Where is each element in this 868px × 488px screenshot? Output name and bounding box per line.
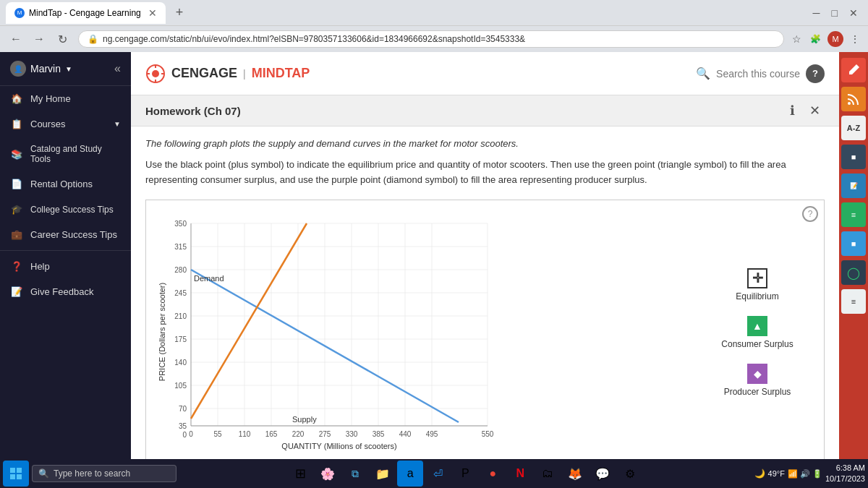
catalog-icon: 📚: [10, 149, 23, 160]
right-panel-list-button[interactable]: ≡: [841, 202, 866, 227]
refresh-button[interactable]: ↻: [52, 29, 72, 49]
taskbar-date-value: 10/17/2023: [825, 474, 865, 484]
content-title: Homework (Ch 07): [145, 105, 241, 117]
taskbar-app-discord[interactable]: 💬: [590, 461, 616, 487]
search-label: Search this course: [716, 68, 800, 80]
tab-title: MindTap - Cengage Learning: [29, 8, 141, 18]
right-panel-lines-button[interactable]: ≡: [841, 289, 866, 314]
sidebar-label-career: Career Success Tips: [30, 229, 117, 240]
taskbar-search[interactable]: 🔍 Type here to search: [32, 465, 176, 482]
windows-icon: [9, 467, 22, 480]
lock-icon: 🔒: [88, 34, 98, 44]
svg-text:QUANTITY (Millions of scooters: QUANTITY (Millions of scooters): [281, 442, 396, 450]
battery-icon[interactable]: 🔋: [812, 469, 822, 479]
search-area[interactable]: 🔍 Search this course ?: [696, 64, 825, 83]
extensions-icon[interactable]: 🧩: [808, 32, 823, 46]
profile-icon[interactable]: M: [827, 31, 843, 47]
svg-text:140: 140: [174, 359, 187, 367]
user-dropdown-icon: ▼: [65, 65, 72, 73]
rss-icon: [846, 92, 861, 106]
weather-temp: 49°F: [768, 469, 785, 478]
menu-icon[interactable]: ⋮: [848, 31, 862, 47]
new-tab-button[interactable]: +: [171, 5, 188, 20]
sidebar-item-catalog-study-tools[interactable]: 📚 Catalog and Study Tools: [0, 137, 131, 171]
taskbar-app-firefox[interactable]: 🦊: [562, 461, 588, 487]
taskbar-app-store[interactable]: a: [397, 461, 423, 487]
taskbar-system-icons: 📶 🔊 🔋: [788, 469, 822, 479]
info-button[interactable]: ℹ: [786, 101, 799, 120]
taskbar-app-edge[interactable]: P: [452, 461, 478, 487]
tab-favicon: M: [14, 8, 25, 18]
taskbar-app-chrome[interactable]: ●: [480, 461, 506, 487]
close-content-button[interactable]: ✕: [805, 101, 825, 120]
sidebar-item-career-success-tips[interactable]: 💼 Career Success Tips: [0, 222, 131, 247]
content-panel: Homework (Ch 07) ℹ ✕ The following graph…: [131, 95, 839, 459]
sidebar-label-my-home: My Home: [30, 93, 71, 104]
help-icon: ❓: [10, 261, 23, 272]
user-menu[interactable]: 👤 Marvin ▼: [10, 61, 72, 77]
bookmark-icon[interactable]: ☆: [790, 31, 804, 47]
right-panel-circle-button[interactable]: ◯: [841, 260, 866, 285]
tab-close-button[interactable]: ✕: [148, 7, 157, 19]
taskbar-app-taskview[interactable]: ⧉: [342, 461, 368, 487]
legend-equilibrium: ✛ Equilibrium: [699, 268, 815, 301]
sidebar-item-my-home[interactable]: 🏠 My Home: [0, 86, 131, 111]
right-panel-blue-button[interactable]: 📝: [841, 174, 866, 198]
svg-point-52: [848, 102, 851, 105]
taskbar-app-files[interactable]: ⊞: [287, 461, 313, 487]
svg-text:105: 105: [174, 382, 187, 390]
taskbar-search-icon: 🔍: [38, 468, 49, 479]
right-panel-dark-button[interactable]: ■: [841, 145, 866, 169]
sidebar-item-college-success-tips[interactable]: 🎓 College Success Tips: [0, 197, 131, 222]
sidebar-item-rental-options[interactable]: 📄 Rental Options: [0, 171, 131, 197]
right-panel-edit-button[interactable]: [841, 58, 866, 82]
taskbar-app-netflix[interactable]: N: [507, 461, 533, 487]
courses-arrow-icon: ▼: [114, 120, 121, 128]
consumer-surplus-symbol[interactable]: ▲: [747, 316, 767, 336]
url-bar[interactable]: 🔒 ng.cengage.com/static/nb/ui/evo/index.…: [78, 30, 784, 48]
chart-help-button[interactable]: ?: [802, 206, 818, 222]
forward-button[interactable]: →: [29, 29, 49, 49]
browser-tab[interactable]: M MindTap - Cengage Learning ✕: [6, 2, 166, 24]
supply-demand-chart[interactable]: PRICE (Dollars per scooter): [155, 209, 502, 455]
circle-icon: ◯: [847, 266, 860, 280]
taskbar-app-photos[interactable]: 🌸: [315, 461, 341, 487]
help-circle-button[interactable]: ?: [806, 64, 825, 83]
rental-icon: 📄: [10, 179, 23, 189]
taskbar-app-settings[interactable]: ⚙: [617, 461, 643, 487]
sidebar-collapse-button[interactable]: «: [114, 62, 121, 75]
pencil-icon: [846, 63, 861, 77]
content-scroll[interactable]: The following graph plots the supply and…: [131, 127, 839, 459]
equilibrium-symbol[interactable]: ✛: [747, 268, 767, 288]
close-button[interactable]: ✕: [845, 6, 862, 20]
taskbar-app-file-mgr[interactable]: 🗂: [535, 461, 561, 487]
search-icon: 🔍: [696, 67, 710, 80]
sidebar-label-rental: Rental Options: [30, 179, 93, 189]
svg-text:220: 220: [292, 430, 305, 438]
sidebar-item-courses[interactable]: 📋 Courses ▼: [0, 111, 131, 137]
chart-area: PRICE (Dollars per scooter): [155, 209, 688, 457]
right-panel-blue2-button[interactable]: ■: [841, 231, 866, 256]
lines-icon: ≡: [851, 297, 856, 306]
intro-text: The following graph plots the supply and…: [145, 138, 825, 149]
maximize-button[interactable]: □: [827, 6, 842, 20]
sidebar-item-help[interactable]: ❓ Help: [0, 254, 131, 279]
minimize-button[interactable]: ─: [809, 6, 825, 20]
producer-surplus-symbol[interactable]: ◆: [747, 364, 767, 384]
right-panel-rss-button[interactable]: [841, 87, 866, 111]
right-panel-az-button[interactable]: A-Z: [841, 116, 866, 140]
volume-icon[interactable]: 🔊: [800, 469, 810, 479]
sidebar-item-give-feedback[interactable]: 📝 Give Feedback: [0, 279, 131, 304]
taskbar-search-text: Type here to search: [54, 468, 130, 479]
taskbar-app-taskbar[interactable]: ⏎: [425, 461, 451, 487]
logo-cengage: CENGAGE: [171, 66, 237, 81]
network-icon[interactable]: 📶: [788, 469, 798, 479]
back-button[interactable]: ←: [6, 29, 26, 49]
svg-point-1: [152, 70, 159, 77]
main-header: CENGAGE | MINDTAP 🔍 Search this course ?: [131, 52, 839, 95]
courses-icon: 📋: [10, 119, 23, 129]
taskbar-app-explorer[interactable]: 📁: [370, 461, 396, 487]
taskbar-right: 🌙 49°F 📶 🔊 🔋 6:38 AM 10/17/2023: [754, 463, 865, 485]
user-name: Marvin: [30, 63, 61, 74]
start-button[interactable]: [3, 461, 29, 487]
